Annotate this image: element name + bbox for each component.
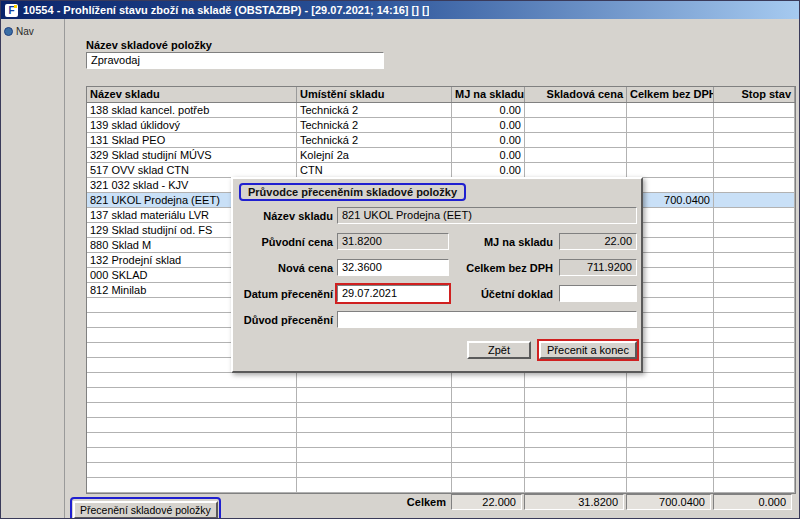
cell-mj: 0.00 <box>452 118 525 133</box>
col-header-name[interactable]: Název skladu <box>87 87 297 102</box>
col-header-stop[interactable]: Stop stav <box>714 87 795 102</box>
table-row[interactable]: 131 Sklad PEOTechnická 20.00 <box>87 133 795 148</box>
table-row[interactable]: 329 Sklad studijní MÚVSKolejní 2a0.00 <box>87 148 795 163</box>
original-price-field[interactable]: 31.8200 <box>337 233 449 250</box>
cell-name: 517 OVV sklad CTN <box>87 163 297 178</box>
warehouse-name-field[interactable]: 821 UKOL Prodejna (EET) <box>337 207 637 224</box>
cell-total <box>627 133 714 148</box>
cell-name <box>87 403 297 418</box>
app-window: F 10554 - Prohlížení stavu zboží na skla… <box>0 0 800 519</box>
warehouse-name-label: Název skladu <box>235 210 333 222</box>
table-row[interactable]: 517 OVV sklad CTNCTN0.00 <box>87 163 795 178</box>
reprice-confirm-button[interactable]: Přecenit a konec <box>539 341 637 359</box>
cell-total <box>627 118 714 133</box>
cell-stop <box>714 373 795 388</box>
cell-stop <box>714 193 795 208</box>
total-label: Celkem <box>366 496 446 508</box>
cell-price <box>525 448 627 463</box>
table-row[interactable] <box>87 478 795 493</box>
cell-mj: 0.00 <box>452 133 525 148</box>
cell-stop <box>714 448 795 463</box>
cell-stop <box>714 238 795 253</box>
cell-mj <box>452 388 525 403</box>
original-price-label: Původní cena <box>235 236 333 248</box>
cell-stop <box>714 118 795 133</box>
col-header-mj[interactable]: MJ na skladu <box>452 87 525 102</box>
cell-price <box>525 148 627 163</box>
table-row[interactable] <box>87 388 795 403</box>
cell-loc <box>297 463 452 478</box>
cell-loc <box>297 478 452 493</box>
nav-label: Nav <box>16 26 34 37</box>
cell-loc: Technická 2 <box>297 133 452 148</box>
table-row[interactable] <box>87 463 795 478</box>
cell-stop <box>714 478 795 493</box>
cell-mj <box>452 373 525 388</box>
cell-price <box>525 433 627 448</box>
cell-total <box>627 148 714 163</box>
back-button[interactable]: Zpět <box>467 341 531 359</box>
sidebar-nav-item[interactable]: Nav <box>1 19 64 44</box>
cell-name: 329 Sklad studijní MÚVS <box>87 148 297 163</box>
new-price-label: Nová cena <box>235 262 333 274</box>
cell-loc: Technická 2 <box>297 103 452 118</box>
reprice-date-field[interactable]: 29.07.2021 <box>337 285 449 302</box>
cell-mj <box>452 433 525 448</box>
cell-stop <box>714 163 795 178</box>
cell-total <box>627 403 714 418</box>
cell-total <box>627 478 714 493</box>
total-sum-box: 700.0400 <box>626 494 711 510</box>
cell-price <box>525 163 627 178</box>
cell-price <box>525 388 627 403</box>
cell-mj <box>452 463 525 478</box>
col-header-location[interactable]: Umístění skladu <box>297 87 452 102</box>
cell-price <box>525 478 627 493</box>
table-row[interactable] <box>87 373 795 388</box>
reprice-reason-field[interactable] <box>337 311 637 328</box>
cell-name: 139 sklad úklidový <box>87 118 297 133</box>
table-header: Název skladu Umístění skladu MJ na sklad… <box>87 87 795 103</box>
cell-mj <box>452 418 525 433</box>
cell-mj <box>452 448 525 463</box>
app-icon: F <box>5 4 18 17</box>
total-no-vat-field[interactable]: 711.9200 <box>559 259 637 276</box>
dialog-title: Průvodce přeceněním skladové položky <box>239 183 466 201</box>
table-row[interactable] <box>87 448 795 463</box>
reprice-item-button[interactable]: Přecenění skladové položky <box>73 501 218 519</box>
cell-stop <box>714 403 795 418</box>
col-header-price[interactable]: Skladová cena <box>525 87 627 102</box>
cell-stop <box>714 328 795 343</box>
item-name-label: Název skladové položky <box>86 39 212 51</box>
title-bar: F 10554 - Prohlížení stavu zboží na skla… <box>1 1 799 19</box>
reprice-action-annotation: Přecenění skladové položky <box>70 497 221 519</box>
cell-name <box>87 418 297 433</box>
new-price-field[interactable]: 32.3600 <box>337 259 449 276</box>
accounting-doc-field[interactable] <box>559 285 637 302</box>
cell-stop <box>714 298 795 313</box>
cell-name <box>87 463 297 478</box>
sidebar: Nav <box>1 19 65 518</box>
window-title: 10554 - Prohlížení stavu zboží na skladě… <box>23 4 429 16</box>
item-name-field[interactable]: Zpravodaj <box>86 52 384 69</box>
cell-total <box>627 163 714 178</box>
cell-total <box>627 388 714 403</box>
total-no-vat-label: Celkem bez DPH <box>453 262 553 274</box>
cell-loc <box>297 433 452 448</box>
table-row[interactable] <box>87 418 795 433</box>
col-header-total[interactable]: Celkem bez DPH <box>627 87 714 102</box>
table-row[interactable] <box>87 433 795 448</box>
cell-name: 138 sklad kancel. potřeb <box>87 103 297 118</box>
table-row[interactable] <box>87 403 795 418</box>
cell-name: 131 Sklad PEO <box>87 133 297 148</box>
cell-stop <box>714 268 795 283</box>
cell-loc: CTN <box>297 163 452 178</box>
cell-stop <box>714 313 795 328</box>
table-row[interactable]: 138 sklad kancel. potřebTechnická 20.00 <box>87 103 795 118</box>
cell-price <box>525 373 627 388</box>
cell-stop <box>714 178 795 193</box>
cell-price <box>525 133 627 148</box>
table-row[interactable]: 139 sklad úklidovýTechnická 20.00 <box>87 118 795 133</box>
mj-on-stock-field[interactable]: 22.00 <box>559 233 637 250</box>
cell-total <box>627 373 714 388</box>
cell-stop <box>714 223 795 238</box>
